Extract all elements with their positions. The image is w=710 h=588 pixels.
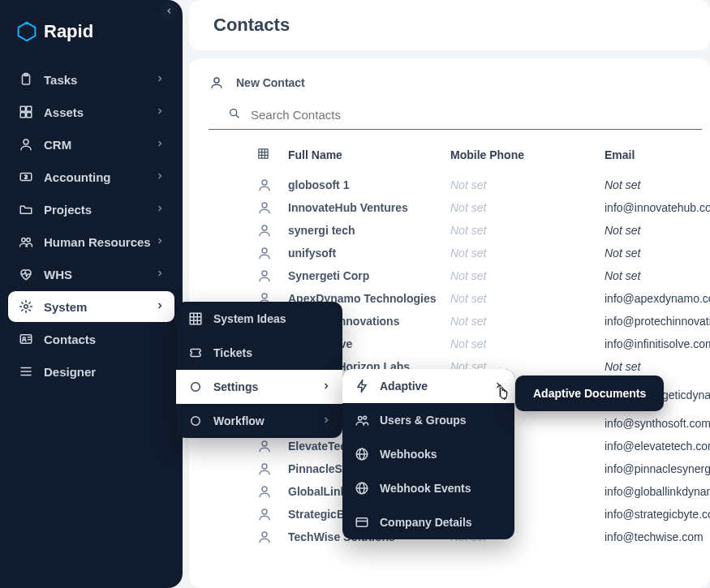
col-mobile[interactable]: Mobile Phone <box>450 148 605 161</box>
person-icon <box>257 484 272 499</box>
menu-item-label: System Ideas <box>213 312 286 325</box>
system-menu-system-ideas[interactable]: System Ideas <box>176 302 342 336</box>
svg-line-20 <box>236 115 239 118</box>
sidebar-item-crm[interactable]: CRM <box>8 129 174 160</box>
sidebar: Rapid Tasks Assets CRM Accounting Projec… <box>0 0 183 588</box>
settings-menu-company-details[interactable]: Company Details <box>342 505 514 539</box>
chevron-right-icon <box>321 380 331 393</box>
menu-item-label: Tickets <box>213 346 252 359</box>
cell-email: info@techwise.com <box>605 530 710 543</box>
submenu-system: System Ideas Tickets Settings Workflow <box>176 302 342 438</box>
menu-item-label: Workflow <box>213 414 265 427</box>
svg-point-29 <box>262 248 267 253</box>
table-row[interactable]: Synergeti Corp Not set Not set <box>189 264 710 287</box>
grid-icon <box>187 311 204 327</box>
menu-item-label: Users & Groups <box>380 414 467 427</box>
sidebar-item-whs[interactable]: WHS <box>8 259 174 290</box>
svg-point-12 <box>24 305 28 309</box>
contact-card-icon <box>18 331 34 347</box>
settings-menu-adaptive[interactable]: Adaptive <box>342 369 514 403</box>
cell-email: Not set <box>605 360 710 373</box>
menu-item-label: Webhook Events <box>380 482 471 495</box>
cell-fullname: unifysoft <box>288 247 450 260</box>
table-row[interactable]: InnovateHub Ventures Not set info@innova… <box>189 196 710 219</box>
col-fullname[interactable]: Full Name <box>288 148 450 161</box>
person-icon <box>209 75 225 91</box>
cell-mobile: Not set <box>450 247 605 260</box>
cell-mobile: Not set <box>450 224 605 237</box>
menu-item-label: Settings <box>213 380 258 393</box>
settings-menu-users-groups[interactable]: Users & Groups <box>342 403 514 437</box>
person-icon <box>257 223 272 238</box>
svg-point-26 <box>262 180 267 185</box>
new-contact-button[interactable]: New Contact <box>189 70 710 102</box>
menu-item-label: Adaptive <box>380 380 428 393</box>
gear-icon <box>18 298 34 315</box>
heart-pulse-icon <box>18 266 34 282</box>
brand-logo-icon <box>16 21 37 42</box>
svg-rect-6 <box>20 113 25 118</box>
svg-rect-4 <box>20 106 25 111</box>
system-menu-workflow[interactable]: Workflow <box>176 404 342 438</box>
svg-point-41 <box>262 532 267 537</box>
system-menu-settings[interactable]: Settings <box>176 370 342 404</box>
folder-icon <box>18 201 34 217</box>
table-row[interactable]: unifysoft Not set Not set <box>189 242 710 264</box>
sidebar-item-tasks[interactable]: Tasks <box>8 64 174 95</box>
col-email[interactable]: Email <box>605 148 710 161</box>
svg-rect-42 <box>190 313 201 324</box>
svg-rect-5 <box>27 106 32 111</box>
sidebar-item-label: Projects <box>44 203 92 217</box>
cell-email: info@pinnaclesynergy.com <box>605 462 710 475</box>
table-row[interactable]: synergi tech Not set Not set <box>189 219 710 242</box>
settings-menu-webhook-events[interactable]: Webhook Events <box>342 471 514 505</box>
cell-mobile: Not set <box>450 315 605 328</box>
svg-point-19 <box>230 109 237 116</box>
card-icon <box>354 514 370 530</box>
sidebar-item-projects[interactable]: Projects <box>8 194 174 225</box>
sidebar-item-accounting[interactable]: Accounting <box>8 161 174 192</box>
settings-menu-webhooks[interactable]: Webhooks <box>342 437 514 471</box>
brand: Rapid <box>0 6 183 63</box>
cell-email: Not set <box>605 224 710 237</box>
sidebar-item-human-resources[interactable]: Human Resources <box>8 226 174 257</box>
svg-point-37 <box>262 441 267 446</box>
cell-email: info@synthosoft.com <box>605 417 710 430</box>
sidebar-item-assets[interactable]: Assets <box>8 97 174 127</box>
sidebar-item-designer[interactable]: Designer <box>8 356 174 387</box>
chevron-right-icon <box>155 73 165 86</box>
globe-icon <box>354 446 370 462</box>
person-icon <box>257 246 272 260</box>
svg-point-10 <box>22 238 26 242</box>
person-icon <box>257 461 272 476</box>
cell-email: Not set <box>605 269 710 282</box>
svg-point-47 <box>191 383 200 392</box>
chevron-right-icon <box>321 414 331 427</box>
ticket-icon <box>187 345 204 361</box>
svg-rect-7 <box>27 113 32 118</box>
collapse-sidebar-button[interactable] <box>160 2 178 19</box>
sidebar-item-label: Designer <box>44 365 96 379</box>
search-input[interactable] <box>251 108 682 122</box>
table-row[interactable]: globosoft 1 Not set Not set <box>189 174 710 196</box>
cell-fullname: InnovateHub Ventures <box>288 201 450 214</box>
list-icon <box>18 363 34 380</box>
chevron-right-icon <box>155 300 165 313</box>
system-menu-tickets[interactable]: Tickets <box>176 336 342 370</box>
person-icon <box>257 268 272 283</box>
chevron-right-icon <box>493 380 503 393</box>
sidebar-item-contacts[interactable]: Contacts <box>8 324 174 354</box>
sidebar-item-label: System <box>44 300 87 314</box>
cell-fullname: synergi tech <box>288 224 450 237</box>
chevron-right-icon <box>155 235 165 248</box>
svg-marker-0 <box>19 23 36 41</box>
sidebar-item-system[interactable]: System <box>8 291 174 322</box>
people-icon <box>18 234 34 250</box>
svg-point-50 <box>364 416 367 419</box>
cell-mobile: Not set <box>450 292 605 305</box>
circle-outline-icon <box>187 379 204 395</box>
sidebar-item-label: Tasks <box>44 73 77 87</box>
tooltip-adaptive-documents[interactable]: Adaptive Documents <box>515 376 664 411</box>
table-icon[interactable] <box>257 148 288 162</box>
globe-icon <box>354 480 370 496</box>
